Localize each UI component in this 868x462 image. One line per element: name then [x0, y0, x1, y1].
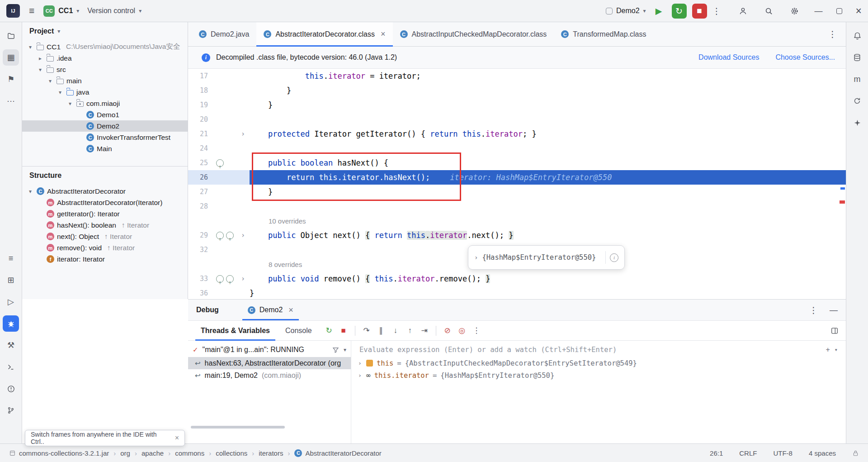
breadcrumb-item[interactable]: collections: [216, 449, 247, 457]
chevron-down-icon[interactable]: ▾: [835, 347, 838, 353]
tree-item[interactable]: ▾com.miaoji: [22, 98, 188, 109]
tree-chevron-icon[interactable]: ▾: [47, 78, 54, 84]
tree-item[interactable]: ▾java: [22, 86, 188, 98]
more-icon[interactable]: ⋮: [469, 324, 484, 338]
run-icon[interactable]: ▷: [3, 294, 19, 310]
breadcrumb-item[interactable]: CAbstractIteratorDecorator: [294, 449, 381, 457]
bookmarks-icon[interactable]: ⚑: [3, 71, 19, 87]
terminal-icon[interactable]: [3, 359, 19, 375]
more-tools-icon[interactable]: ···: [3, 93, 19, 109]
tree-item[interactable]: mgetIterator(): Iterator: [22, 208, 188, 219]
project-icon[interactable]: [3, 28, 19, 44]
tree-chevron-icon[interactable]: ▾: [27, 188, 34, 195]
expand-chevron-icon[interactable]: ›: [358, 372, 363, 379]
project-panel-header[interactable]: Project ▾: [22, 22, 188, 40]
caret-position[interactable]: 26:1: [710, 449, 723, 457]
tree-item[interactable]: CMain: [22, 143, 188, 154]
inlay-row[interactable]: 10 overrides: [188, 214, 846, 228]
breadcrumb-item[interactable]: commons-collections-3.2.1.jar: [9, 449, 109, 457]
debug-options-icon[interactable]: ⋮: [809, 305, 818, 315]
line-separator[interactable]: CRLF: [739, 449, 757, 457]
run-config-selector[interactable]: Demo2 ▾: [606, 7, 646, 15]
tree-item[interactable]: ▸.idea: [22, 52, 188, 64]
tree-item[interactable]: fiterator: Iterator: [22, 253, 188, 265]
ai-assistant-icon[interactable]: [849, 114, 865, 131]
fold-icon[interactable]: ›: [241, 127, 245, 141]
evaluate-expression-input[interactable]: Evaluate expression (Enter) or add a wat…: [351, 343, 846, 357]
code-line[interactable]: 27 }: [188, 185, 846, 199]
tree-item[interactable]: CInvokerTransformerTest: [22, 132, 188, 143]
maximize-button[interactable]: [836, 8, 842, 14]
maven-icon[interactable]: m: [849, 71, 865, 87]
todo-icon[interactable]: ≡: [3, 250, 19, 267]
overrides-inlay[interactable]: 10 overrides: [250, 217, 306, 225]
file-encoding[interactable]: UTF-8: [773, 449, 793, 457]
code-line[interactable]: 17 this.iterator = iterator;: [188, 69, 846, 83]
code-line[interactable]: 19 }: [188, 98, 846, 112]
debug-session-tab[interactable]: C Demo2 ×: [242, 300, 299, 320]
download-sources-link[interactable]: Download Sources: [698, 53, 759, 62]
code-line[interactable]: 21› protected Iterator getIterator() { r…: [188, 127, 846, 141]
tree-chevron-icon[interactable]: ▾: [27, 44, 34, 50]
breadcrumb-item[interactable]: org: [120, 449, 130, 457]
close-icon[interactable]: ×: [175, 434, 179, 442]
readonly-lock-icon[interactable]: [852, 450, 859, 457]
layout-settings-icon[interactable]: [830, 327, 839, 335]
main-menu-icon[interactable]: ≡: [28, 5, 35, 16]
tab-console[interactable]: Console: [280, 321, 317, 340]
run-button[interactable]: ▶: [651, 4, 666, 19]
database-icon[interactable]: [849, 49, 865, 66]
chevron-down-icon[interactable]: ▾: [344, 347, 346, 353]
tree-chevron-icon[interactable]: ▾: [66, 100, 74, 107]
overrides-icon[interactable]: ↑: [216, 232, 224, 239]
project-selector[interactable]: CC CC1 ▾: [43, 5, 79, 17]
tree-item[interactable]: ▾src: [22, 64, 188, 75]
problems-icon[interactable]: [3, 381, 19, 397]
settings-gear-icon[interactable]: [787, 4, 802, 19]
code-line[interactable]: 33↑↑› public void remove() { this.iterat…: [188, 271, 846, 286]
services-icon[interactable]: ⊞: [3, 272, 19, 288]
code-line[interactable]: 28: [188, 199, 846, 214]
tree-item[interactable]: ▾CC1C:\Users\miaoj\Documents\Java安全: [22, 41, 188, 52]
overrides-inlay[interactable]: 8 overrides: [250, 261, 302, 268]
tree-item[interactable]: mnext(): Object↑ Iterator: [22, 231, 188, 242]
more-actions-icon[interactable]: ⋮: [712, 6, 721, 16]
editor-tab[interactable]: CTransformedMap.class: [554, 22, 653, 46]
tree-item[interactable]: mAbstractIteratorDecorator(Iterator): [22, 197, 188, 208]
tree-chevron-icon[interactable]: ▸: [37, 55, 44, 62]
search-icon[interactable]: [761, 4, 776, 19]
tab-threads-variables[interactable]: Threads & Variables: [195, 321, 275, 340]
code-line[interactable]: 25↑ public boolean hasNext() {: [188, 156, 846, 170]
code-editor[interactable]: 17 this.iterator = iterator;18 }19 }2021…: [188, 69, 846, 299]
notifications-icon[interactable]: [849, 28, 865, 44]
build-icon[interactable]: ⚒: [3, 337, 19, 353]
expand-chevron-icon[interactable]: ›: [474, 254, 478, 261]
breadcrumb-item[interactable]: commons: [175, 449, 204, 457]
structure-icon[interactable]: ▦: [3, 49, 19, 66]
code-with-me-icon[interactable]: [736, 4, 750, 19]
stop-icon[interactable]: ■: [336, 324, 351, 338]
version-control-icon[interactable]: [3, 402, 19, 419]
rerun-debug-button[interactable]: ↻: [672, 4, 687, 19]
choose-sources-link[interactable]: Choose Sources...: [775, 53, 835, 62]
minimize-button[interactable]: —: [815, 6, 823, 16]
tree-item[interactable]: ▾CAbstractIteratorDecorator: [22, 186, 188, 197]
view-breakpoints-icon[interactable]: ◎: [455, 324, 469, 338]
tab-options-icon[interactable]: ⋮: [828, 29, 837, 39]
stack-frame[interactable]: ↩main:19, Demo2 (com.miaoji): [188, 369, 351, 381]
tree-chevron-icon[interactable]: ▾: [57, 89, 64, 95]
debug-icon[interactable]: [3, 315, 19, 332]
stack-frame[interactable]: ↩hasNext:63, AbstractIteratorDecorator (…: [188, 357, 351, 369]
tree-item[interactable]: mhasNext(): boolean↑ Iterator: [22, 219, 188, 231]
tree-item[interactable]: mremove(): void↑ Iterator: [22, 242, 188, 253]
breadcrumb-item[interactable]: iterators: [259, 449, 283, 457]
close-tab-icon[interactable]: ×: [381, 29, 386, 39]
vcs-widget[interactable]: Version control ▾: [87, 7, 142, 15]
code-line[interactable]: 24: [188, 141, 846, 156]
tree-item[interactable]: CDemo2: [22, 120, 188, 132]
step-into-icon[interactable]: ↓: [388, 324, 403, 338]
code-line[interactable]: 18 }: [188, 83, 846, 98]
tree-item[interactable]: ▾main: [22, 75, 188, 86]
variable-row[interactable]: ›∞this.iterator = {HashMap$EntryIterator…: [351, 369, 846, 381]
filter-icon[interactable]: [332, 346, 340, 354]
